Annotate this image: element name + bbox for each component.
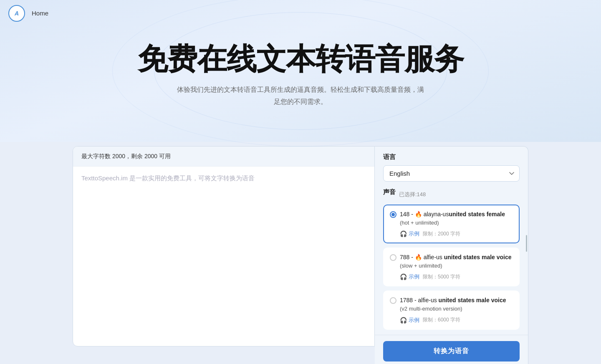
voice-radio-788[interactable] xyxy=(390,254,396,261)
voice-item-top-1788: 1788 - alfie-us united states male voice… xyxy=(390,296,513,313)
language-label: 语言 xyxy=(383,153,520,161)
voice-name-1788: 1788 - alfie-us united states male voice… xyxy=(400,296,513,313)
voice-item-top-148: 148 - 🔥 alayna-usunited states female (h… xyxy=(390,210,513,227)
hero-title: 免费在线文本转语音服务 xyxy=(138,43,464,76)
example-label-1788: 示例 xyxy=(409,316,419,324)
example-label-788: 示例 xyxy=(409,273,419,281)
headphone-icon-788: 🎧 xyxy=(400,273,407,280)
voice-meta-148: 🎧 示例 限制：2000 字符 xyxy=(390,230,513,238)
headphone-icon-1788: 🎧 xyxy=(400,317,407,324)
hero-subtitle: 体验我们先进的文本转语音工具所生成的逼真音频。轻松生成和下载高质量音频，满足您的… xyxy=(175,84,426,108)
example-label-148: 示例 xyxy=(409,230,419,238)
voice-name-788: 788 - 🔥 alfie-us united states male voic… xyxy=(400,253,513,270)
logo-text: A xyxy=(15,10,19,17)
fire-icon-788: 🔥 xyxy=(415,254,422,260)
scrollbar xyxy=(526,235,527,252)
logo[interactable]: A xyxy=(8,5,25,22)
voice-item-788[interactable]: 788 - 🔥 alfie-us united states male voic… xyxy=(383,248,520,286)
text-panel-header: 最大字符数 2000，剩余 2000 可用 xyxy=(73,147,374,167)
voice-name-148: 148 - 🔥 alayna-usunited states female (h… xyxy=(400,210,513,227)
language-section: 语言 English Chinese Japanese French Spani… xyxy=(375,147,528,187)
text-input-panel: 最大字符数 2000，剩余 2000 可用 xyxy=(73,146,375,346)
voice-item-148[interactable]: 148 - 🔥 alayna-usunited states female (h… xyxy=(383,205,520,243)
example-btn-1788[interactable]: 🎧 示例 xyxy=(400,316,419,324)
convert-button[interactable]: 转换为语音 xyxy=(383,341,520,361)
main-content: 最大字符数 2000，剩余 2000 可用 语言 English Chinese… xyxy=(0,146,601,364)
example-btn-148[interactable]: 🎧 示例 xyxy=(400,230,419,238)
voice-item-1788[interactable]: 1788 - alfie-us united states male voice… xyxy=(383,291,520,329)
char-count-label: 最大字符数 2000，剩余 2000 可用 xyxy=(81,153,171,159)
voice-radio-148[interactable] xyxy=(390,211,396,218)
header: A Home xyxy=(0,0,601,27)
headphone-icon-148: 🎧 xyxy=(400,230,407,237)
fire-icon-148: 🔥 xyxy=(415,211,422,217)
convert-btn-wrapper: 转换为语音 xyxy=(375,335,528,364)
limit-text-1788: 限制：6000 字符 xyxy=(423,316,460,324)
nav-home-link[interactable]: Home xyxy=(32,10,48,17)
voice-section: 声音 已选择:148 148 - 🔥 alayna-usunited state… xyxy=(375,187,528,335)
voice-list: 148 - 🔥 alayna-usunited states female (h… xyxy=(383,205,520,330)
text-area-wrapper xyxy=(73,167,374,346)
voice-item-top-788: 788 - 🔥 alfie-us united states male voic… xyxy=(390,253,513,270)
limit-text-788: 限制：5000 字符 xyxy=(423,273,460,281)
voice-meta-788: 🎧 示例 限制：5000 字符 xyxy=(390,273,513,281)
settings-panel: 语言 English Chinese Japanese French Spani… xyxy=(375,146,528,364)
voice-label: 声音 xyxy=(383,188,396,196)
voice-count: 已选择:148 xyxy=(399,191,426,198)
text-input[interactable] xyxy=(81,173,366,332)
main-nav: Home xyxy=(32,10,48,17)
voice-radio-1788[interactable] xyxy=(390,297,396,304)
language-select[interactable]: English Chinese Japanese French Spanish xyxy=(383,165,520,182)
example-btn-788[interactable]: 🎧 示例 xyxy=(400,273,419,281)
limit-text-148: 限制：2000 字符 xyxy=(423,230,460,238)
voice-meta-1788: 🎧 示例 限制：6000 字符 xyxy=(390,316,513,324)
voice-header: 声音 已选择:148 xyxy=(383,188,520,200)
